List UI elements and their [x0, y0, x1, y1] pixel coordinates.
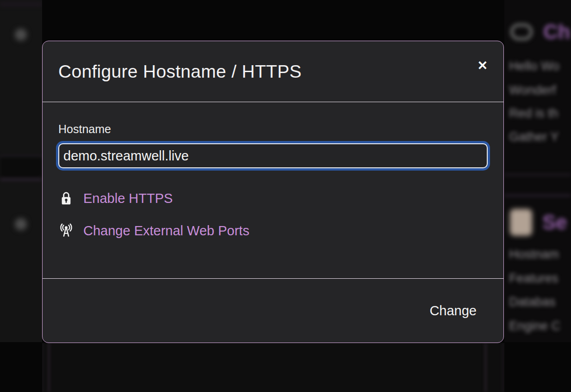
configure-hostname-dialog: Configure Hostname / HTTPS ✕ Hostname En…: [42, 41, 504, 343]
background-dot-icon: [15, 29, 27, 41]
change-button[interactable]: Change: [429, 303, 477, 318]
dialog-links: Enable HTTPS Change External Web Ports: [58, 190, 488, 239]
background-right-strip: Ch Hello Wo Wonderf Red is th Gather Y S…: [504, 0, 571, 342]
background-divider-line: [0, 2, 42, 6]
broadcast-tower-icon: [58, 223, 74, 239]
background-text-line: Wonderf: [509, 83, 556, 98]
enable-https-label: Enable HTTPS: [83, 191, 173, 206]
background-vertical-line: [48, 343, 50, 392]
hostname-label: Hostname: [58, 122, 488, 136]
enable-https-link[interactable]: Enable HTTPS: [58, 190, 488, 206]
background-server-card: Se: [504, 209, 571, 236]
background-dot-icon: [15, 218, 27, 230]
background-text-line: Hello Wo: [509, 59, 559, 74]
background-left-strip: [0, 0, 42, 342]
background-text-line: Hostnam: [509, 247, 559, 262]
dialog-body: Hostname Enable HTTPS: [43, 102, 503, 279]
change-external-web-ports-link[interactable]: Change External Web Ports: [58, 223, 488, 239]
background-vertical-line: [42, 343, 43, 392]
background-vertical-line: [503, 343, 503, 392]
dialog-title: Configure Hostname / HTTPS: [58, 61, 302, 82]
background-text-line: Databas: [509, 295, 556, 309]
background-dark-band: [0, 157, 42, 178]
dialog-header: Configure Hostname / HTTPS ✕: [43, 41, 503, 102]
background-text-line: Red is th: [509, 106, 559, 121]
background-text-line: Engine C: [509, 319, 560, 333]
background-card-heading: Ch: [543, 20, 571, 43]
background-chat-card: Ch: [504, 20, 571, 43]
background-text-line: Features: [509, 271, 559, 286]
hostname-input[interactable]: [58, 143, 488, 168]
close-icon[interactable]: ✕: [477, 60, 488, 72]
background-divider-line: [504, 174, 571, 176]
background-bottom-strip: [42, 343, 504, 392]
background-text-line: Gather Y: [509, 130, 559, 144]
background-divider-line: [504, 195, 571, 196]
dialog-footer: Change: [43, 279, 503, 343]
background-card-heading: Se: [542, 211, 567, 234]
lock-icon: [58, 191, 74, 206]
change-external-web-ports-label: Change External Web Ports: [83, 223, 249, 239]
background-vertical-line: [485, 343, 486, 392]
disc-icon: [510, 23, 533, 41]
background-divider-line: [0, 178, 42, 180]
database-icon: [510, 209, 532, 236]
